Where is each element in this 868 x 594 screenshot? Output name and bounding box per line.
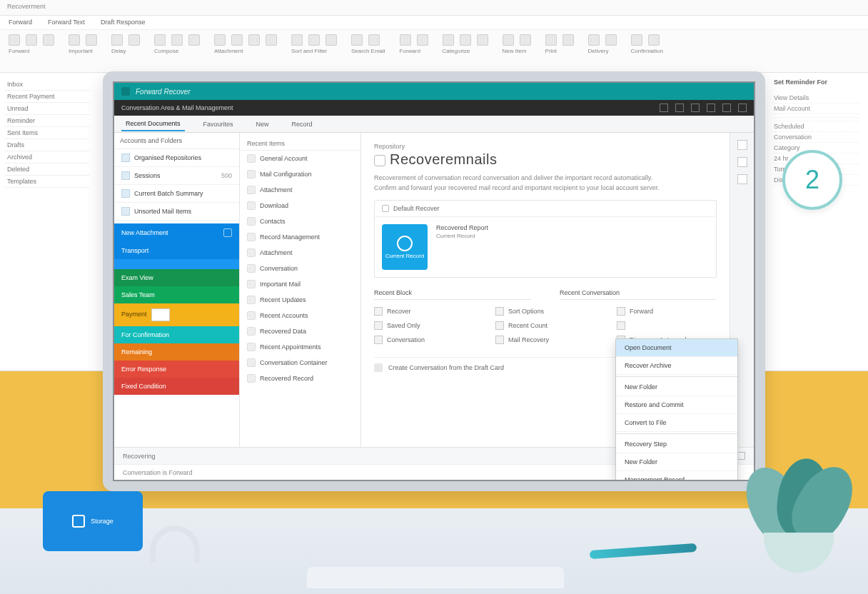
- recover-tile[interactable]: Current Record: [382, 224, 428, 270]
- ribbon-icon[interactable]: [520, 34, 531, 46]
- host-tab[interactable]: Forward: [9, 19, 32, 26]
- grid-option[interactable]: Sort Options: [495, 304, 595, 318]
- ribbon-icon[interactable]: [326, 34, 337, 46]
- context-menu-item[interactable]: Restore and Commit: [616, 396, 737, 414]
- list-item[interactable]: Attachment: [240, 182, 360, 198]
- ribbon-icon[interactable]: [648, 34, 660, 46]
- category-item[interactable]: Fixed Condition: [114, 378, 239, 395]
- grid-option[interactable]: Saved Only: [374, 318, 474, 333]
- list-item[interactable]: Recovered Record: [240, 371, 360, 386]
- ribbon-icon[interactable]: [368, 34, 380, 46]
- category-item[interactable]: Exam View: [114, 269, 239, 286]
- ribbon-icon[interactable]: [477, 34, 488, 46]
- app-titlebar[interactable]: Forward Recover: [114, 83, 754, 100]
- category-item[interactable]: Sales Team: [114, 286, 239, 303]
- context-menu-item[interactable]: New Folder: [616, 453, 737, 471]
- ribbon-icon[interactable]: [631, 34, 642, 46]
- list-item[interactable]: Conversation: [240, 261, 360, 276]
- ribbon-icon[interactable]: [605, 34, 617, 46]
- tool-strip-icon[interactable]: [737, 140, 747, 150]
- app-tab[interactable]: Record: [288, 118, 317, 131]
- tool-strip-icon[interactable]: [737, 174, 747, 184]
- ribbon-icon[interactable]: [400, 34, 411, 46]
- context-menu-item[interactable]: Recovery Step: [616, 436, 737, 453]
- app-tab[interactable]: New: [252, 118, 273, 131]
- host-nav-item[interactable]: Deleted: [4, 163, 90, 176]
- settings-icon[interactable]: [223, 228, 232, 237]
- host-right-item[interactable]: Scheduled: [774, 121, 859, 132]
- ribbon-icon[interactable]: [171, 34, 183, 46]
- window-control-icon[interactable]: [707, 104, 715, 112]
- context-menu-item[interactable]: Recover Archive: [616, 357, 737, 375]
- ribbon-icon[interactable]: [545, 34, 557, 46]
- ribbon-icon[interactable]: [26, 34, 37, 46]
- list-item[interactable]: Download: [240, 198, 360, 213]
- window-control-icon[interactable]: [675, 104, 684, 112]
- nav-folder[interactable]: Sessions500: [114, 167, 239, 185]
- host-nav-item[interactable]: Drafts: [4, 139, 90, 151]
- host-nav-item[interactable]: Archived: [4, 151, 90, 163]
- ribbon-icon[interactable]: [588, 34, 600, 46]
- ribbon-icon[interactable]: [231, 34, 243, 46]
- ribbon-icon[interactable]: [460, 34, 471, 46]
- ribbon-icon[interactable]: [154, 34, 166, 46]
- list-item[interactable]: Attachment: [240, 245, 360, 261]
- ribbon-icon[interactable]: [308, 34, 320, 46]
- status-icon[interactable]: [737, 452, 745, 460]
- ribbon-icon[interactable]: [128, 34, 140, 46]
- window-control-icon[interactable]: [722, 104, 731, 112]
- ribbon-icon[interactable]: [69, 34, 80, 46]
- app-tab[interactable]: Recent Documents: [121, 117, 185, 131]
- host-nav-item[interactable]: Sent Items: [4, 127, 90, 139]
- window-control-icon[interactable]: [660, 104, 668, 112]
- grid-option[interactable]: Recent Count: [495, 318, 595, 333]
- host-nav-item[interactable]: Templates: [4, 176, 90, 188]
- list-item[interactable]: Important Mail: [240, 276, 360, 292]
- nav-folder[interactable]: Current Batch Summary: [114, 185, 239, 203]
- category-item[interactable]: For Confirmation: [114, 326, 239, 343]
- host-nav-item[interactable]: Reminder: [4, 115, 90, 127]
- ribbon-icon[interactable]: [291, 34, 303, 46]
- context-menu-item[interactable]: Convert to File: [616, 414, 737, 432]
- context-menu-item[interactable]: New Folder: [616, 378, 737, 396]
- host-nav-item[interactable]: Recent Payment: [4, 91, 90, 103]
- window-control-icon[interactable]: [738, 104, 747, 112]
- nav-folder[interactable]: Unsorted Mail Items: [114, 203, 239, 221]
- context-menu-item[interactable]: Open Document: [616, 339, 737, 357]
- tool-strip-icon[interactable]: [737, 157, 747, 167]
- host-tab[interactable]: Draft Response: [101, 19, 146, 26]
- list-item[interactable]: Recovered Data: [240, 323, 360, 339]
- ribbon-icon[interactable]: [351, 34, 363, 46]
- nav-cat-header[interactable]: New Attachment: [114, 223, 239, 242]
- ribbon-icon[interactable]: [9, 34, 20, 46]
- list-item[interactable]: General Account: [240, 151, 360, 166]
- ribbon-icon[interactable]: [417, 34, 428, 46]
- list-item[interactable]: Conversation Container: [240, 355, 360, 371]
- host-tab[interactable]: Forward Text: [48, 19, 85, 26]
- category-item[interactable]: [114, 259, 239, 269]
- grid-option[interactable]: Conversation: [374, 333, 474, 347]
- grid-option[interactable]: Forward: [617, 304, 717, 318]
- list-item[interactable]: Mail Configuration: [240, 166, 360, 182]
- category-item[interactable]: Transport: [114, 242, 239, 259]
- list-item[interactable]: Recent Updates: [240, 292, 360, 308]
- grid-option[interactable]: Recover: [374, 304, 474, 318]
- window-control-icon[interactable]: [691, 104, 700, 112]
- ribbon-icon[interactable]: [266, 34, 277, 46]
- host-right-item[interactable]: Conversation: [774, 132, 859, 143]
- list-item[interactable]: Contacts: [240, 213, 360, 229]
- app-tab[interactable]: Favourites: [199, 118, 238, 131]
- host-nav-item[interactable]: Unread: [4, 103, 90, 115]
- category-item[interactable]: Remaining: [114, 343, 239, 361]
- ribbon-icon[interactable]: [111, 34, 123, 46]
- host-right-item[interactable]: View Details: [774, 93, 859, 104]
- grid-option[interactable]: Mail Recovery: [495, 333, 595, 347]
- context-menu-item[interactable]: Management Record: [616, 471, 737, 480]
- ribbon-icon[interactable]: [188, 34, 200, 46]
- grid-option[interactable]: [617, 318, 717, 333]
- ribbon-icon[interactable]: [503, 34, 514, 46]
- category-item[interactable]: Payment: [114, 303, 239, 326]
- ribbon-icon[interactable]: [562, 34, 574, 46]
- list-item[interactable]: Record Management: [240, 229, 360, 245]
- ribbon-icon[interactable]: [214, 34, 226, 46]
